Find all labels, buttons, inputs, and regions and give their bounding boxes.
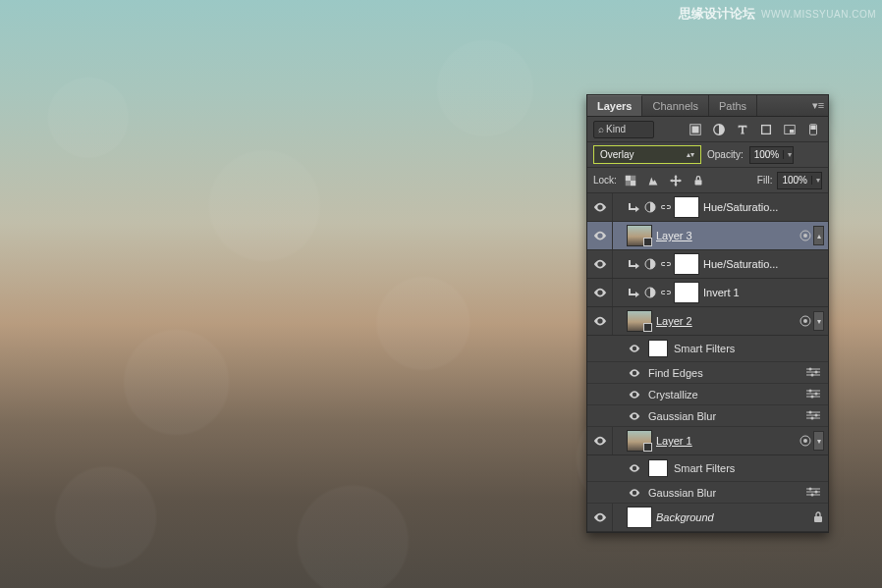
blend-mode-select[interactable]: Overlay ▴▾: [593, 145, 701, 164]
layer-row[interactable]: Hue/Saturatio...: [587, 193, 828, 222]
svg-rect-34: [814, 516, 822, 522]
smart-filters-header[interactable]: Smart Filters: [587, 455, 828, 482]
lock-all-icon[interactable]: [689, 172, 707, 189]
fill-stepper-icon[interactable]: ▾: [811, 176, 821, 185]
filter-shape-icon[interactable]: [757, 121, 775, 138]
visibility-toggle[interactable]: [587, 250, 613, 278]
link-icon: [658, 285, 674, 300]
adjustment-icon: [642, 199, 658, 215]
fill-field[interactable]: 100% ▾: [777, 172, 822, 189]
visibility-toggle[interactable]: [627, 369, 642, 377]
layer-name[interactable]: Hue/Saturatio...: [699, 258, 778, 270]
layer-row[interactable]: Hue/Saturatio...: [587, 250, 828, 279]
filter-options-icon[interactable]: [806, 389, 820, 401]
svg-rect-12: [694, 180, 701, 185]
layer-name[interactable]: Layer 3: [652, 230, 692, 241]
scroll-up-button[interactable]: ▴: [813, 226, 824, 245]
svg-point-31: [809, 487, 812, 490]
smart-filter-row[interactable]: Find Edges: [587, 362, 828, 384]
search-icon: ⌕: [598, 124, 604, 134]
svg-point-32: [815, 490, 818, 493]
smart-filter-row[interactable]: Crystallize: [587, 384, 828, 405]
layer-thumb[interactable]: [627, 225, 652, 246]
visibility-toggle[interactable]: [627, 391, 642, 399]
svg-point-33: [811, 493, 814, 496]
link-icon: [658, 256, 674, 272]
svg-point-25: [811, 395, 814, 398]
visibility-toggle[interactable]: [627, 412, 642, 420]
layer-thumb[interactable]: [627, 430, 652, 452]
layer-name[interactable]: Background: [652, 511, 714, 523]
visibility-toggle[interactable]: [587, 504, 613, 531]
filter-name: Gaussian Blur: [648, 410, 716, 422]
svg-point-22: [811, 373, 814, 376]
tab-paths[interactable]: Paths: [709, 95, 757, 116]
visibility-toggle[interactable]: [587, 279, 613, 306]
smart-filter-row[interactable]: Gaussian Blur: [587, 482, 828, 504]
filter-options-icon[interactable]: [806, 487, 820, 499]
watermark-title: 思缘设计论坛: [679, 5, 755, 23]
layer-name[interactable]: Invert 1: [699, 287, 740, 298]
watermark-url: WWW.MISSYUAN.COM: [761, 9, 876, 20]
visibility-toggle[interactable]: [587, 307, 613, 335]
tab-layers[interactable]: Layers: [587, 95, 642, 116]
smartobject-badge-icon: [643, 443, 652, 452]
svg-point-28: [811, 416, 814, 419]
visibility-toggle[interactable]: [587, 427, 613, 454]
opacity-field[interactable]: 100% ▾: [749, 146, 795, 164]
visibility-toggle[interactable]: [627, 489, 642, 497]
panel-menu-icon[interactable]: ▾≡: [808, 99, 828, 112]
lock-icon: [812, 511, 824, 523]
svg-rect-9: [631, 181, 635, 186]
filter-options-icon[interactable]: [806, 410, 820, 422]
filter-type-icon[interactable]: [734, 121, 751, 138]
visibility-toggle[interactable]: [587, 222, 613, 249]
svg-rect-5: [790, 130, 794, 134]
visibility-toggle[interactable]: [627, 464, 642, 472]
svg-rect-7: [810, 125, 815, 129]
visibility-toggle[interactable]: [587, 193, 613, 221]
scroll-down-button[interactable]: ▾: [813, 311, 824, 331]
filter-mask-thumb[interactable]: [648, 340, 668, 357]
lock-image-icon[interactable]: [644, 172, 662, 189]
watermark: 思缘设计论坛 WWW.MISSYUAN.COM: [679, 5, 876, 23]
layer-row-selected[interactable]: Layer 3 ▴: [587, 222, 828, 250]
adjustment-icon: [642, 285, 658, 300]
svg-rect-1: [692, 126, 699, 133]
smart-filters-label: Smart Filters: [674, 462, 735, 474]
layer-filter-kind[interactable]: ⌕ Kind: [593, 121, 654, 138]
layer-row-background[interactable]: Background: [587, 504, 828, 532]
smart-filters-header[interactable]: Smart Filters: [587, 336, 828, 362]
filter-pixel-icon[interactable]: [687, 121, 704, 138]
filter-smartobject-icon[interactable]: [781, 121, 799, 138]
filter-mask-thumb[interactable]: [648, 459, 668, 477]
visibility-toggle[interactable]: [627, 345, 642, 352]
layer-row[interactable]: Layer 1 ▾: [587, 427, 828, 455]
layer-name[interactable]: Hue/Saturatio...: [699, 201, 778, 213]
svg-point-15: [803, 234, 807, 238]
layer-thumb[interactable]: [627, 507, 652, 528]
lock-label: Lock:: [593, 175, 617, 186]
layer-thumb[interactable]: [627, 310, 652, 332]
layer-row[interactable]: Layer 2 ▾: [587, 307, 828, 336]
layer-row[interactable]: Invert 1: [587, 279, 828, 307]
layers-panel: Layers Channels Paths ▾≡ ⌕ Kind Overlay …: [586, 94, 829, 533]
scroll-down-button[interactable]: ▾: [813, 431, 824, 451]
layer-mask-thumb[interactable]: [674, 253, 699, 275]
layer-filter-bar: ⌕ Kind: [587, 117, 828, 142]
smart-filter-row[interactable]: Gaussian Blur: [587, 405, 828, 427]
filter-options-icon[interactable]: [806, 367, 820, 379]
layer-name[interactable]: Layer 1: [652, 435, 692, 447]
opacity-stepper-icon[interactable]: ▾: [783, 150, 793, 159]
layer-mask-thumb[interactable]: [674, 196, 699, 218]
clip-arrow-icon: [627, 256, 642, 272]
lock-position-icon[interactable]: [667, 172, 685, 189]
filter-name: Crystallize: [648, 389, 698, 401]
layer-name[interactable]: Layer 2: [652, 315, 692, 327]
filter-name: Gaussian Blur: [648, 487, 716, 499]
filter-adjustment-icon[interactable]: [710, 121, 728, 138]
filter-toggle-icon[interactable]: [804, 121, 822, 138]
lock-transparent-icon[interactable]: [622, 172, 639, 189]
layer-mask-thumb[interactable]: [674, 282, 699, 303]
tab-channels[interactable]: Channels: [642, 95, 708, 116]
